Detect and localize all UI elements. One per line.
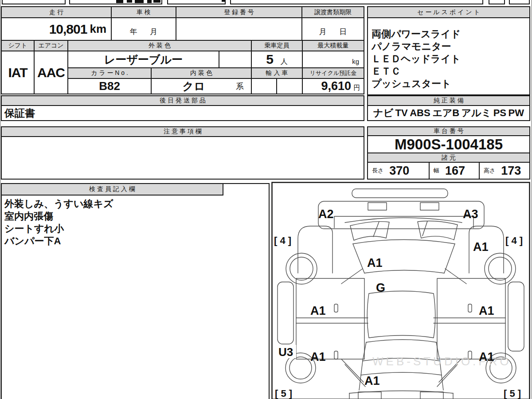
- max-load-value-cell: kg: [302, 51, 364, 68]
- shaken-date-hint: 年 月: [130, 27, 157, 37]
- length-value: 370: [389, 164, 409, 178]
- interior-color-header: 内 装 色: [151, 67, 252, 79]
- color-no-header: カ ラ ー N o .: [67, 67, 152, 79]
- sales-points-header: セ ー ル ス ポ イ ン ト: [367, 6, 530, 18]
- equipment-item: エアB: [432, 106, 459, 120]
- caution-notes-header: 注 意 事 項 欄: [1, 126, 364, 137]
- sales-points-box: 両側パワースライド パノラマモニター ＬＥＤヘッドライト ＥＴＣ プッシュスター…: [367, 17, 530, 95]
- max-load-label: 最大積載量: [318, 42, 349, 50]
- recycle-label: リサイクル預託金: [310, 69, 357, 77]
- exterior-color-label: 外 装 色: [149, 42, 171, 50]
- shaken-value-cell: 年 月: [111, 17, 176, 41]
- chassis-number-header: 車 台 番 号: [367, 126, 530, 136]
- interior-color-value: クロ: [152, 79, 236, 94]
- color-no-value: B82: [99, 79, 120, 93]
- mileage-value: 10,801: [49, 22, 87, 37]
- label-hood: A1: [367, 256, 383, 270]
- color-no-value-cell: B82: [67, 78, 152, 94]
- inspector-notes-label: 検 査 員 記 入 欄: [89, 185, 135, 193]
- genuine-equipment-header: 純 正 装 備: [367, 95, 530, 106]
- transfer-date-hint: 月 日: [319, 27, 347, 37]
- recycle-value-cell: 9,610 円: [302, 78, 364, 94]
- shaken-header-label: 車 検: [137, 8, 151, 16]
- max-load-header: 最大積載量: [302, 40, 364, 51]
- label-front-bumper-right: A3: [463, 207, 478, 221]
- exterior-color-header: 外 装 色: [67, 40, 252, 51]
- aircon-value: AAC: [37, 65, 65, 80]
- later-parts-header: 後 日 発 送 部 品: [1, 95, 364, 106]
- width-value: 167: [445, 164, 465, 178]
- label-tire-front-left: [ 4 ]: [274, 235, 291, 246]
- color-no-label: カ ラ ー N o .: [91, 69, 128, 77]
- cropped-text-fragment: [153, 0, 160, 3]
- mileage-value-cell: 10,801 km: [1, 17, 112, 41]
- cropped-row-cell: [509, 0, 530, 4]
- chassis-number-value-cell: M900S-1004185: [367, 135, 530, 153]
- capacity-label: 乗車定員: [265, 42, 289, 50]
- shift-value-cell: IAT: [1, 51, 35, 94]
- warranty-booklet-text: 保証書: [4, 106, 35, 120]
- inspector-note: 外装しみ、うすい線キズ: [4, 198, 113, 210]
- import-header: 輸 入 車: [251, 67, 303, 79]
- label-door-rear-right: A1: [479, 350, 494, 364]
- shift-header: シフト: [1, 40, 35, 51]
- chassis-number-value: M900S-1004185: [395, 136, 503, 153]
- interior-color-label: 内 装 色: [190, 69, 212, 77]
- import-value-cell-1: [251, 78, 277, 94]
- interior-color-value-cell: クロ 系: [151, 78, 252, 94]
- registration-value-cell: [176, 17, 302, 41]
- cropped-text-fragment: [127, 0, 132, 3]
- registration-header-label: 登 録 番 号: [224, 8, 254, 16]
- dimensions-header: 諸 元: [367, 153, 530, 163]
- later-parts-label: 後 日 発 送 部 品: [160, 97, 205, 105]
- cropped-text-fragment: [135, 0, 144, 3]
- shift-value: IAT: [8, 65, 27, 80]
- cropped-text-fragment: [222, 0, 226, 2]
- caution-notes-box: [1, 136, 364, 180]
- equipment-item: PW: [509, 107, 524, 119]
- sales-point-item: ＥＴＣ: [372, 65, 528, 78]
- label-tire-rear-right: [ 5 ]: [504, 388, 521, 399]
- caution-notes-label: 注 意 事 項 欄: [164, 128, 202, 136]
- import-value-cell-2: [276, 78, 303, 94]
- aircon-value-cell: AAC: [34, 51, 68, 94]
- equipment-item: ナビ: [373, 106, 393, 120]
- cropped-text-fragment: [116, 0, 123, 3]
- cropped-row-cell: [167, 0, 226, 4]
- label-windshield: G: [376, 281, 385, 294]
- cropped-row-cell: [230, 0, 483, 4]
- label-door-front-right: A1: [479, 304, 494, 317]
- capacity-unit: 人: [281, 57, 288, 66]
- car-diagram: WEB-STUDIO.PRO A2 A3 [ 4 ] [ 4 ] A1 A1 G…: [271, 182, 530, 399]
- label-sill-left: U3: [278, 345, 293, 359]
- length-cell: 長さ 370: [367, 162, 430, 180]
- length-label: 長さ: [372, 167, 383, 175]
- auction-sheet: 走 行 車 検 登 録 番 号 譲渡書類期限 10,801 km 年 月 月 日…: [0, 0, 532, 399]
- transfer-deadline-label: 譲渡書類期限: [314, 8, 352, 16]
- equipment-item: アルミ: [462, 106, 492, 120]
- recycle-value: 9,610: [321, 79, 351, 93]
- label-tire-rear-left: [ 5 ]: [275, 388, 292, 399]
- sales-point-item: プッシュスタート: [372, 78, 528, 90]
- aircon-label: エアコン: [38, 42, 63, 50]
- exterior-color-extra-cell: [219, 51, 252, 68]
- mileage-unit: km: [90, 22, 106, 36]
- interior-color-suffix: 系: [236, 81, 251, 92]
- later-parts-value-cell: 保証書: [1, 105, 364, 121]
- inspector-note: バンパー下A: [4, 235, 113, 247]
- transfer-deadline-header: 譲渡書類期限: [301, 6, 364, 18]
- cropped-row-cell: [489, 0, 505, 4]
- height-value: 173: [501, 164, 521, 178]
- recycle-header: リサイクル預託金: [302, 67, 364, 79]
- width-label: 幅: [434, 167, 439, 175]
- equipment-item: TV: [395, 107, 408, 119]
- exterior-color-value: レーザーブルー: [104, 52, 183, 67]
- aircon-header: エアコン: [34, 40, 68, 51]
- width-cell: 幅 167: [429, 162, 480, 180]
- height-cell: 高さ 173: [479, 162, 530, 180]
- inspector-notes-lines: 外装しみ、うすい線キズ 室内内張傷 シートすれ小 バンパー下A: [4, 198, 113, 247]
- registration-header: 登 録 番 号: [176, 6, 302, 18]
- inspector-note: 室内内張傷: [4, 210, 113, 223]
- max-load-unit: kg: [352, 58, 359, 65]
- inspector-note: シートすれ小: [4, 223, 113, 235]
